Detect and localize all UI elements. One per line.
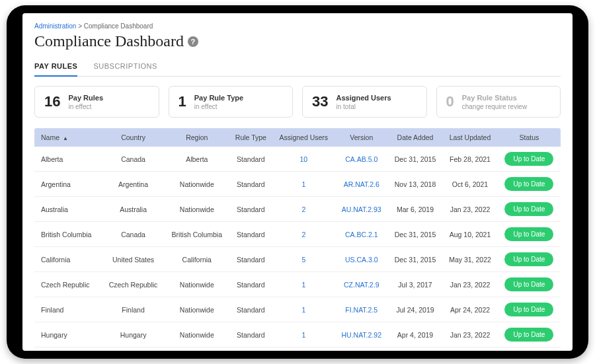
assigned-users-link[interactable]: 1 [301,331,305,339]
cell-last-updated: Apr 24, 2022 [442,297,498,322]
assigned-users-link[interactable]: 2 [301,205,305,213]
card-value: 16 [44,93,60,110]
card-assigned-users: 33 Assigned Users in total [302,86,427,118]
cell-date-added: Apr 4, 2019 [388,322,442,347]
card-pay-rule-status: 0 Pay Rule Status change require review [436,86,561,118]
col-version[interactable]: Version [335,128,388,147]
version-link[interactable]: HU.NAT.2.92 [341,331,381,339]
status-badge: Up to Date [504,303,553,316]
breadcrumb: Administration > Compliance Dashboard [34,22,561,30]
cell-rule-type: Standard [229,197,272,222]
tab-subscriptions[interactable]: SUBSCRIPTIONS [93,57,157,76]
cell-region: Nationwide [165,172,229,197]
cell-status: Up to Date [498,247,561,272]
breadcrumb-current: Compliance Dashboard [84,22,153,30]
cell-date-added: Dec 31, 2015 [388,247,442,272]
col-name-label: Name [41,133,60,141]
cell-name: Finland [34,297,102,322]
cell-date-added: Mar 6, 2019 [388,197,442,222]
col-date-added[interactable]: Date Added [388,128,442,147]
version-link[interactable]: CA.BC.2.1 [345,231,378,238]
card-pay-rule-type: 1 Pay Rule Type in effect [169,86,294,118]
table-row: FinlandFinlandNationwideStandard1FI.NAT.… [34,297,561,322]
cell-name: Hungary [34,322,102,347]
cell-date-added: Dec 31, 2015 [388,147,442,172]
table-row: IrelandIrelandNationwideStandard1IE.NAT.… [34,347,561,351]
status-badge: Up to Date [504,277,553,291]
tablet-frame: Administration > Compliance Dashboard Co… [7,5,588,359]
col-region[interactable]: Region [165,128,229,147]
version-link[interactable]: FI.NAT.2.5 [345,306,377,314]
cell-version: CA.BC.2.1 [335,222,388,247]
col-country[interactable]: Country [102,128,165,147]
cell-last-updated: Feb 28, 2021 [442,147,498,172]
cell-assigned-users: 1 [272,272,335,297]
cell-rule-type: Standard [229,297,272,322]
status-badge: Up to Date [504,152,553,166]
version-link[interactable]: AR.NAT.2.6 [344,180,379,188]
cell-status: Up to Date [498,197,561,222]
col-assigned-users[interactable]: Assigned Users [272,128,335,147]
cell-status: Up to Date [498,322,561,347]
cell-status: Up to Date [498,297,561,322]
status-badge: Up to Date [504,252,553,266]
cell-version: FI.NAT.2.5 [335,297,388,322]
cell-region: British Columbia [165,222,229,247]
cell-version: CA.AB.5.0 [335,147,388,172]
cell-date-added: Jul 24, 2019 [388,297,442,322]
col-name[interactable]: Name ▲ [34,128,102,147]
cell-country: Argentina [102,172,165,197]
summary-cards: 16 Pay Rules in effect 1 Pay Rule Type i… [34,86,561,118]
col-status[interactable]: Status [498,128,561,147]
breadcrumb-root-link[interactable]: Administration [34,22,76,30]
cell-last-updated: Jan 23, 2022 [442,272,498,297]
table-row: HungaryHungaryNationwideStandard1HU.NAT.… [34,322,561,347]
assigned-users-link[interactable]: 5 [301,256,305,264]
card-label: Pay Rule Type [194,93,243,102]
card-pay-rules: 16 Pay Rules in effect [34,86,159,118]
assigned-users-link[interactable]: 1 [301,281,305,289]
status-badge: Up to Date [504,227,553,241]
cell-name: British Columbia [34,222,102,247]
assigned-users-link[interactable]: 10 [300,155,308,163]
cell-status: Up to Date [498,172,561,197]
col-rule-type[interactable]: Rule Type [229,128,272,147]
card-sub: in total [336,103,391,110]
card-sub: in effect [194,103,243,110]
cell-date-added: Nov 13, 2018 [388,172,442,197]
cell-name: California [34,247,102,272]
assigned-users-link[interactable]: 2 [301,231,305,238]
version-link[interactable]: AU.NAT.2.93 [342,205,381,213]
col-last-updated[interactable]: Last Updated [442,128,498,147]
cell-region: Nationwide [165,197,229,222]
cell-region: Alberta [165,147,229,172]
cell-country: United States [102,247,165,272]
card-label: Pay Rules [68,93,103,102]
version-link[interactable]: US.CA.3.0 [345,256,378,264]
cell-assigned-users: 2 [272,197,335,222]
cell-assigned-users: 2 [272,222,335,247]
cell-country: Canada [102,147,165,172]
cell-last-updated: May 31, 2022 [442,247,498,272]
cell-name: Australia [34,197,102,222]
table-row: AlbertaCanadaAlbertaStandard10CA.AB.5.0D… [34,147,561,172]
table-row: ArgentinaArgentinaNationwideStandard1AR.… [34,172,561,197]
assigned-users-link[interactable]: 1 [301,306,305,314]
cell-name: Argentina [34,172,102,197]
page-title-text: Compliance Dashboard [34,32,184,50]
cell-assigned-users: 1 [272,347,335,351]
assigned-users-link[interactable]: 1 [301,180,305,188]
version-link[interactable]: CZ.NAT.2.9 [344,281,379,289]
cell-name: Alberta [34,147,102,172]
cell-rule-type: Standard [229,247,272,272]
cell-assigned-users: 1 [272,297,335,322]
cell-last-updated: Oct 6, 2021 [442,172,498,197]
cell-country: Australia [102,197,165,222]
help-icon[interactable]: ? [188,36,198,47]
version-link[interactable]: CA.AB.5.0 [345,155,377,163]
cell-last-updated: Jan 23, 2022 [442,347,498,351]
tab-pay-rules[interactable]: PAY RULES [34,57,77,77]
cell-status: Up to Date [498,222,561,247]
cell-assigned-users: 10 [272,147,335,172]
tabs: PAY RULES SUBSCRIPTIONS [34,57,561,77]
